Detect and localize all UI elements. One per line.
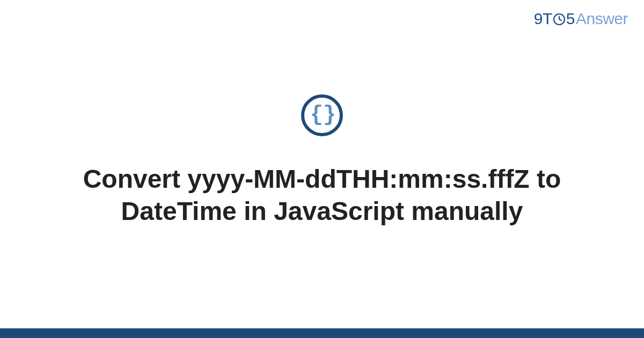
page-title: Convert yyyy-MM-ddTHH:mm:ss.fffZ to Date…: [64, 163, 580, 227]
main-content: { } Convert yyyy-MM-ddTHH:mm:ss.fffZ to …: [0, 0, 644, 338]
footer-accent-bar: [0, 328, 644, 338]
category-badge: { }: [301, 94, 343, 136]
code-braces-icon: { }: [310, 105, 334, 126]
